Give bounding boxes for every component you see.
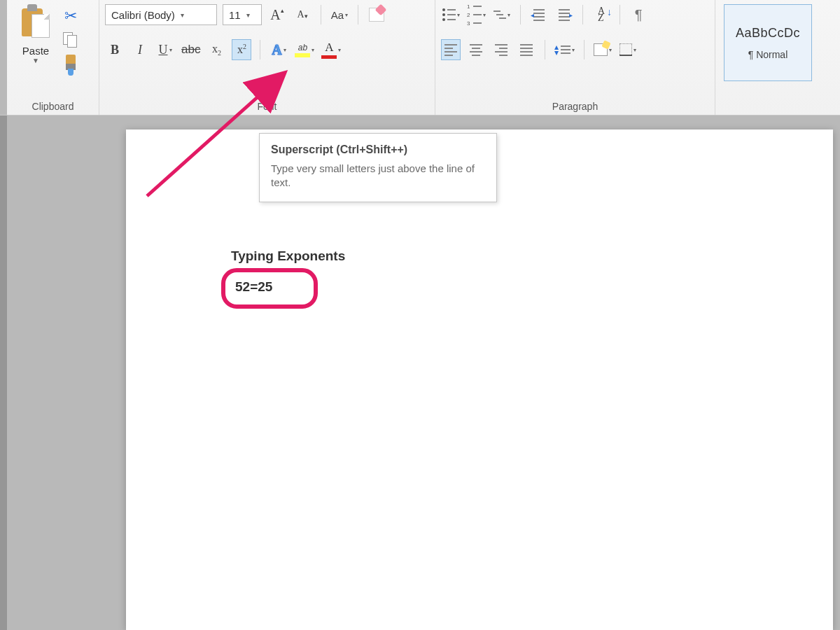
clipboard-group-label: Clipboard [13, 101, 93, 115]
grow-font-button[interactable]: A▴ [267, 4, 287, 25]
separator [260, 40, 260, 59]
font-size-value: 11 [229, 9, 241, 21]
highlight-swatch [295, 53, 310, 57]
dropdown-icon: ▾ [284, 47, 286, 53]
dropdown-icon: ▾ [572, 47, 575, 53]
styles-group: AaBbCcDc ¶ Normal [715, 0, 816, 115]
separator [321, 5, 321, 24]
tooltip-title: Superscript (Ctrl+Shift++) [271, 144, 485, 156]
line-spacing-icon: ▴▾ [554, 44, 570, 55]
highlight-color-button[interactable]: ab ▾ [294, 39, 315, 60]
bullets-icon [442, 8, 456, 21]
copy-icon[interactable] [63, 32, 78, 48]
shading-button[interactable]: ▾ [593, 39, 612, 60]
align-right-button[interactable] [491, 39, 511, 60]
justify-icon [520, 44, 533, 56]
sort-button[interactable]: A Z [592, 4, 611, 25]
dropdown-icon: ▾ [457, 12, 460, 18]
borders-button[interactable]: ▾ [618, 39, 638, 60]
document-heading: Typing Exponents [231, 248, 345, 264]
subscript-button[interactable]: x2 [206, 39, 226, 60]
font-name-value: Calibri (Body) [111, 9, 175, 21]
superscript-tooltip: Superscript (Ctrl+Shift++) Type very sma… [259, 133, 497, 202]
separator [520, 5, 521, 24]
change-case-button[interactable]: Aa▾ [330, 4, 349, 25]
underline-button[interactable]: U▾ [155, 39, 175, 60]
separator [358, 5, 358, 24]
align-right-icon [495, 44, 507, 56]
bold-button[interactable]: B [105, 39, 125, 60]
ribbon: Paste ▼ ✂ Clipboard Calibri (Body) ▾ [0, 0, 840, 115]
dropdown-icon: ▾ [345, 12, 348, 18]
bullets-button[interactable]: ▾ [441, 4, 461, 25]
style-preview: AaBbCcDc [736, 26, 800, 41]
dropdown-icon: ▾ [609, 47, 612, 53]
annotation-highlight [221, 268, 318, 309]
paste-dropdown-icon[interactable]: ▼ [13, 57, 59, 64]
dropdown-icon: ▾ [181, 11, 184, 19]
tooltip-body: Type very small letters just above the l… [271, 162, 485, 190]
cut-icon[interactable]: ✂ [64, 7, 77, 25]
borders-icon [620, 43, 632, 56]
paragraph-group-label: Paragraph [441, 101, 709, 115]
show-hide-button[interactable]: ¶ [629, 4, 648, 25]
shading-icon [594, 43, 608, 56]
font-group-label: Font [105, 101, 429, 115]
paste-icon [19, 4, 52, 42]
sort-icon: A Z [598, 8, 605, 22]
dropdown-icon: ▾ [338, 47, 341, 53]
align-center-button[interactable] [466, 39, 486, 60]
left-strip [0, 0, 7, 115]
format-painter-icon[interactable] [66, 55, 76, 74]
left-strip [0, 115, 7, 630]
separator [584, 40, 584, 59]
multilevel-list-icon [493, 10, 506, 19]
pilcrow-icon: ¶ [635, 7, 643, 23]
styles-label-spacer [724, 102, 812, 115]
align-center-icon [470, 44, 482, 56]
dropdown-icon: ▾ [634, 47, 636, 53]
font-group: Calibri (Body) ▾ 11 ▾ A▴ A▾ Aa▾ B I U▾ a… [99, 0, 435, 115]
superscript-button[interactable]: x2 [232, 39, 251, 60]
paste-button[interactable]: Paste ▼ [13, 4, 59, 64]
style-normal-tile[interactable]: AaBbCcDc ¶ Normal [724, 4, 812, 81]
numbering-button[interactable]: 1 2 3 ▾ [466, 4, 486, 25]
clear-formatting-button[interactable] [367, 4, 386, 25]
dropdown-icon: ▾ [312, 47, 314, 53]
increase-indent-button[interactable]: ▸ [554, 4, 574, 25]
font-color-swatch [321, 55, 337, 59]
font-name-combo[interactable]: Calibri (Body) ▾ [105, 4, 217, 25]
justify-button[interactable] [517, 39, 536, 60]
shrink-font-button[interactable]: A▾ [293, 4, 312, 25]
dropdown-icon: ▾ [483, 12, 486, 18]
text-effects-button[interactable]: A▾ [269, 39, 288, 60]
separator [545, 40, 545, 59]
font-color-button[interactable]: A ▾ [321, 39, 342, 60]
document-page[interactable]: Typing Exponents 52=25 [126, 130, 833, 630]
decrease-indent-button[interactable]: ◂ [529, 4, 549, 25]
paste-label: Paste [13, 45, 59, 57]
decrease-indent-icon: ◂ [533, 9, 545, 21]
eraser-icon [369, 8, 384, 22]
separator [582, 5, 583, 24]
dropdown-icon: ▾ [246, 11, 250, 19]
strikethrough-button[interactable]: abc [181, 39, 201, 60]
dropdown-icon: ▾ [507, 12, 510, 18]
separator [620, 5, 620, 24]
font-size-combo[interactable]: 11 ▾ [223, 4, 262, 25]
multilevel-list-button[interactable]: ▾ [492, 4, 512, 25]
align-left-button[interactable] [441, 39, 461, 60]
style-name: ¶ Normal [748, 49, 788, 60]
paragraph-group: ▾ 1 2 3 ▾ ▾ [435, 0, 715, 115]
numbering-icon: 1 2 3 [467, 4, 482, 27]
line-spacing-button[interactable]: ▴▾ ▾ [554, 39, 575, 60]
clipboard-group: Paste ▼ ✂ Clipboard [7, 0, 99, 115]
align-left-icon [444, 44, 457, 56]
increase-indent-icon: ▸ [559, 9, 570, 21]
dropdown-icon: ▾ [169, 47, 172, 53]
italic-button[interactable]: I [130, 39, 150, 60]
